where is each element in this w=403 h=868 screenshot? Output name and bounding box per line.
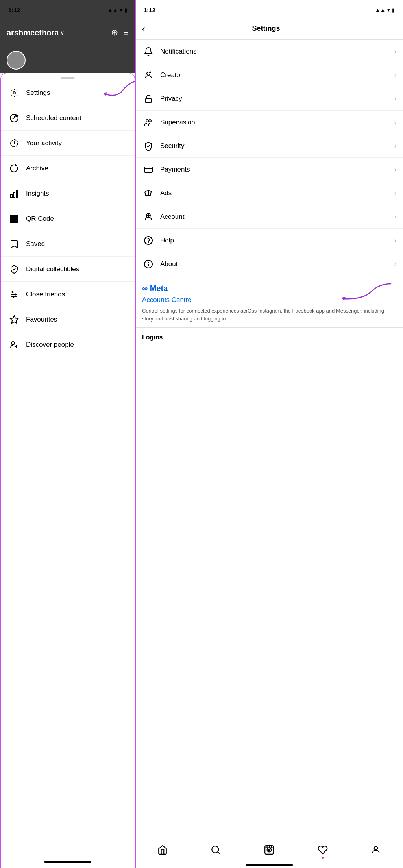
avatar-area: [0, 49, 135, 73]
left-panel: 1:12 ▲▲ ▾ ▮ arshmeethora ∨ ⊕ ≡: [0, 0, 135, 868]
supervision-label: Supervision: [160, 118, 394, 126]
payments-icon: [142, 163, 155, 176]
nav-item-profile[interactable]: [371, 845, 381, 857]
svg-point-37: [148, 215, 149, 216]
menu-item-settings[interactable]: Settings: [1, 80, 135, 105]
settings-item-about[interactable]: About ›: [136, 252, 403, 276]
username-row[interactable]: arshmeethora ∨: [7, 28, 64, 37]
menu-item-archive[interactable]: Archive: [1, 156, 135, 181]
archive-icon: [9, 163, 20, 174]
saved-icon: [9, 239, 20, 250]
settings-item-account[interactable]: Account ›: [136, 205, 403, 229]
left-status-icons: ▲▲ ▾ ▮: [107, 7, 127, 13]
your-activity-icon: [9, 138, 20, 149]
ads-icon: [142, 187, 155, 200]
help-icon: [142, 234, 155, 247]
menu-item-your-activity[interactable]: Your activity: [1, 131, 135, 156]
qr-code-icon: [9, 213, 20, 224]
avatar: [7, 51, 26, 70]
right-header: ‹ Settings: [136, 18, 403, 40]
menu-item-scheduled-content[interactable]: Scheduled content: [1, 105, 135, 131]
meta-logo-row: ∞ Meta: [142, 284, 396, 293]
reels-nav-icon: [264, 845, 274, 857]
menu-item-discover-people[interactable]: Discover people: [1, 332, 135, 357]
menu-item-saved[interactable]: Saved: [1, 231, 135, 257]
your-activity-label: Your activity: [26, 139, 62, 147]
creator-icon: [142, 69, 155, 81]
accounts-centre-link[interactable]: Accounts Centre: [142, 296, 396, 304]
svg-rect-30: [146, 98, 151, 103]
left-status-time: 1:12: [8, 7, 20, 13]
bottom-sheet: Settings Scheduled content: [0, 73, 135, 868]
svg-point-22: [12, 291, 13, 292]
page-title: Settings: [152, 24, 381, 33]
svg-point-29: [147, 72, 150, 75]
svg-rect-17: [15, 221, 16, 222]
about-label: About: [160, 260, 394, 268]
search-nav-icon: [211, 845, 221, 857]
menu-item-insights[interactable]: Insights: [1, 181, 135, 206]
supervision-icon: [142, 116, 155, 129]
menu-item-close-friends[interactable]: Close friends: [1, 282, 135, 307]
close-friends-label: Close friends: [26, 291, 65, 298]
creator-label: Creator: [160, 71, 394, 79]
back-button[interactable]: ‹: [142, 23, 145, 34]
nav-item-reels[interactable]: [264, 845, 274, 857]
handle-bar: [61, 77, 75, 79]
likes-notification-dot: [322, 857, 324, 859]
scheduled-content-label: Scheduled content: [26, 114, 81, 122]
close-friends-icon: [9, 289, 20, 300]
left-status-bar: 1:12 ▲▲ ▾ ▮: [0, 0, 135, 18]
settings-item-supervision[interactable]: Supervision ›: [136, 111, 403, 134]
svg-rect-16: [17, 219, 18, 220]
security-label: Security: [160, 142, 394, 150]
right-status-time: 1:12: [144, 7, 155, 13]
settings-item-ads[interactable]: Ads ›: [136, 181, 403, 205]
username-chevron-icon: ∨: [60, 30, 64, 36]
settings-item-help[interactable]: Help ›: [136, 229, 403, 252]
right-panel: 1:12 ▲▲ ▾ ▮ ‹ Settings Notifications ›: [135, 0, 403, 868]
account-chevron-icon: ›: [394, 213, 396, 220]
favourites-label: Favourites: [26, 316, 57, 324]
add-content-icon[interactable]: ⊕: [111, 28, 118, 38]
wifi-icon: ▾: [120, 7, 122, 13]
settings-item-payments[interactable]: Payments ›: [136, 158, 403, 181]
settings-item-notifications[interactable]: Notifications ›: [136, 40, 403, 63]
favourites-icon: [9, 314, 20, 325]
notifications-label: Notifications: [160, 48, 394, 56]
security-icon: [142, 140, 155, 152]
settings-item-privacy[interactable]: Privacy ›: [136, 87, 403, 111]
menu-icon[interactable]: ≡: [124, 28, 129, 38]
settings-menu-icon: [9, 87, 20, 98]
payments-label: Payments: [160, 166, 394, 174]
privacy-icon: [142, 93, 155, 105]
meta-section: ∞ Meta Accounts Centre Control settings …: [136, 276, 403, 328]
nav-item-search[interactable]: [211, 845, 221, 857]
profile-nav-icon: [371, 845, 381, 857]
nav-item-likes[interactable]: [318, 845, 328, 857]
scheduled-content-icon: [9, 113, 20, 124]
menu-item-qr-code[interactable]: QR Code: [1, 206, 135, 231]
left-header: arshmeethora ∨ ⊕ ≡: [0, 18, 135, 49]
about-chevron-icon: ›: [394, 261, 396, 268]
archive-label: Archive: [26, 165, 48, 172]
notifications-icon: [142, 45, 155, 58]
svg-rect-18: [17, 221, 18, 222]
insights-icon: [9, 188, 20, 199]
username-text: arshmeethora: [7, 28, 59, 37]
saved-label: Saved: [26, 240, 45, 248]
svg-marker-1: [103, 92, 107, 96]
settings-item-creator[interactable]: Creator ›: [136, 63, 403, 87]
svg-point-53: [374, 846, 378, 850]
svg-line-45: [218, 852, 220, 854]
left-home-indicator: [1, 858, 135, 864]
menu-item-favourites[interactable]: Favourites: [1, 307, 135, 332]
svg-rect-12: [15, 216, 17, 218]
right-battery-icon: ▮: [392, 7, 395, 13]
nav-item-home[interactable]: [157, 845, 168, 857]
menu-item-digital-collectibles[interactable]: Digital collectibles: [1, 257, 135, 282]
header-icons: ⊕ ≡: [111, 28, 129, 38]
settings-item-security[interactable]: Security ›: [136, 134, 403, 158]
supervision-chevron-icon: ›: [394, 119, 396, 126]
payments-chevron-icon: ›: [394, 166, 396, 173]
